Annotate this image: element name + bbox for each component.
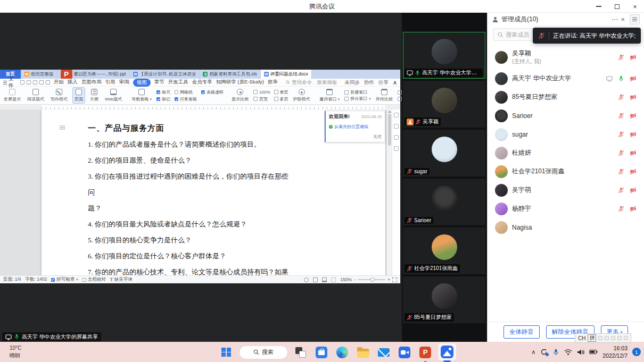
page-view-button[interactable]: 页面 [72, 87, 85, 104]
mail-button[interactable] [376, 344, 392, 360]
cloud-sync-status[interactable]: 未同步 [344, 79, 360, 86]
word-count[interactable]: 字数: 1402 [26, 276, 47, 283]
web-layout-button[interactable]: Web版式 [103, 88, 123, 103]
tray-overflow-chevron[interactable]: ∧ [531, 349, 535, 356]
zoom-slider[interactable] [358, 279, 385, 280]
page-width-button[interactable]: 页宽 [253, 96, 270, 103]
video-tile[interactable]: 吴享颖 [403, 81, 485, 128]
proofread-toggle[interactable]: 文档校对 [82, 276, 106, 283]
collaborate-button[interactable]: 协作 [364, 79, 374, 86]
panel-collapse-button[interactable] [630, 14, 640, 24]
collapse-ribbon-icon[interactable]: ∧ [393, 79, 397, 86]
microphone-tray-icon[interactable] [552, 349, 559, 356]
ribbon-menu-item[interactable]: 开发工具 [168, 79, 188, 87]
screen-share-tag[interactable]: 高天宇 华中农业大学的屏幕共享 [2, 332, 101, 341]
wps-document-tab[interactable]: S 档案资料查询工具包.xls [200, 70, 260, 79]
microsoft-store-button[interactable] [313, 344, 329, 360]
member-row[interactable]: 吴享颖 (主持人, 我) [488, 45, 644, 69]
ribbon-menu-item[interactable]: 页面布局 [81, 79, 102, 87]
split-window-button[interactable]: 拆分窗口 ▾ [344, 96, 371, 102]
save-icon[interactable] [20, 80, 24, 85]
ime-tool-icon[interactable] [611, 336, 615, 340]
tools-icon[interactable] [394, 146, 399, 151]
horizontal-ruler[interactable] [0, 105, 400, 110]
undo-icon[interactable] [39, 80, 44, 85]
ime-tool-icon[interactable] [598, 336, 602, 340]
zoom-level[interactable]: 150% [340, 277, 352, 282]
zoom-100-button[interactable]: 100% [253, 89, 270, 96]
member-row[interactable]: 杜婧妍 [488, 144, 644, 162]
view-option-checkbox[interactable]: 表格虚框 [201, 89, 224, 95]
camera-status-icon[interactable] [630, 131, 637, 138]
zoom-out-button[interactable]: - [354, 277, 356, 282]
camera-status-icon[interactable] [630, 94, 637, 100]
zoom-in-button[interactable]: + [387, 277, 390, 282]
write-mode-button[interactable]: 写作模式 [49, 88, 69, 103]
camera-status-icon[interactable] [630, 206, 637, 212]
camera-status-icon[interactable] [630, 150, 637, 156]
ime-tool-icon[interactable] [624, 336, 628, 340]
task-view-button[interactable] [293, 344, 309, 360]
edge-browser-button[interactable] [334, 344, 350, 360]
ribbon-menu-item[interactable]: 审阅 [119, 79, 129, 87]
powerpoint-button[interactable]: P [417, 344, 433, 360]
close-panel-icon[interactable]: × [621, 16, 625, 23]
history-tool-icon[interactable] [394, 135, 399, 140]
outline-collapse-icon[interactable]: ▾ [60, 125, 65, 130]
minimize-button[interactable] [590, 0, 608, 13]
eye-mode-icon[interactable] [304, 277, 309, 282]
read-layout-button[interactable]: 阅读版式 [26, 88, 46, 103]
page-view-icon[interactable] [313, 277, 318, 282]
scrollbar-thumb[interactable] [388, 114, 391, 146]
web-view-icon[interactable] [322, 277, 327, 282]
taskbar-search[interactable]: 搜索 [239, 346, 288, 359]
camera-status-icon[interactable] [630, 54, 637, 61]
ime-mode[interactable]: 拼 [588, 334, 596, 342]
single-page-button[interactable]: 单页 [274, 89, 288, 96]
ribbon-menu-item[interactable]: 插入 [68, 79, 78, 87]
mic-status-icon[interactable] [618, 187, 624, 193]
video-tile[interactable]: sugar [403, 130, 485, 176]
view-option-checkbox[interactable]: 标尺 [156, 89, 170, 95]
close-button[interactable]: × [626, 0, 644, 13]
mic-status-icon[interactable] [618, 113, 624, 119]
mic-status-icon[interactable] [618, 54, 624, 61]
mic-status-icon[interactable] [618, 94, 624, 100]
preview-icon[interactable] [33, 80, 37, 85]
member-row[interactable]: 杨静宇 [488, 199, 644, 218]
document-scrollbar[interactable] [386, 110, 392, 275]
spellcheck-toggle[interactable]: 拼写检查▾ [51, 276, 78, 283]
view-option-checkbox[interactable]: 标记 [156, 96, 170, 102]
quick-access-toolbar[interactable] [20, 80, 50, 85]
rearrange-windows-button[interactable]: 重排窗口 ▾ [318, 88, 342, 103]
ribbon-menu-item[interactable]: 视图 [133, 79, 151, 87]
member-row[interactable]: 社会学2101张雨鑫 [488, 162, 644, 181]
share-button[interactable]: 分享 [378, 79, 389, 86]
outline-view-button[interactable]: 大纲 [88, 88, 100, 103]
compare-side-button[interactable]: 并排比较 [374, 88, 394, 103]
ime-tool-icon[interactable] [617, 336, 622, 340]
wifi-tray-icon[interactable] [564, 349, 572, 356]
meeting-app-button[interactable] [397, 344, 412, 360]
wps-document-tab[interactable]: W 评委问题总结.docx [261, 70, 312, 79]
ribbon-menu-item[interactable]: 会员专享 [192, 79, 212, 87]
sync-tray-icon[interactable] [540, 348, 548, 356]
redo-icon[interactable] [46, 80, 50, 85]
notification-badge[interactable]: 1 [632, 348, 641, 356]
share-tool-icon[interactable] [394, 113, 399, 117]
wps-document-tab[interactable]: W 【商业计划书..机器立体农业 [130, 70, 200, 79]
more-options-icon[interactable]: ⋯ [611, 16, 618, 23]
command-search[interactable]: 查找命令、搜索模板 [286, 79, 337, 86]
new-window-button[interactable]: 新建窗口 [344, 89, 371, 95]
camera-status-icon[interactable] [630, 169, 637, 175]
member-row[interactable]: 高天宇 华中农业大学 [488, 69, 644, 88]
wps-document-tab[interactable]: P 最以匠为善——..市报) ppt [57, 70, 130, 79]
weather-widget[interactable]: 10°C 晴朗 [10, 344, 21, 359]
member-row[interactable]: sugar [488, 125, 644, 144]
maximize-button[interactable] [608, 0, 626, 13]
video-tile[interactable]: 85号夏日梦想家 [403, 276, 485, 323]
nav-pane-button[interactable]: 导航窗格 ▾ [130, 88, 153, 103]
outline-view-icon[interactable] [331, 277, 336, 282]
eye-protection-button[interactable]: 护眼模式 [292, 88, 312, 103]
camera-status-icon[interactable] [630, 75, 637, 82]
